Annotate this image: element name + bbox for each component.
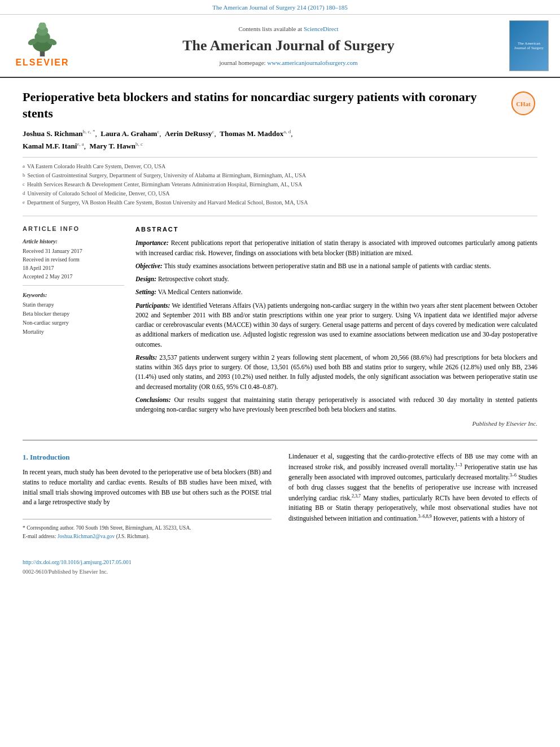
published-by: Published by Elsevier Inc.	[135, 419, 537, 429]
intro-heading: 1. Introduction	[23, 452, 272, 463]
conclusions-text: Our results suggest that maintaining sta…	[135, 396, 537, 413]
conclusions-label: Conclusions:	[135, 396, 171, 403]
footnote-section: * Corresponding author. 700 South 19th S…	[23, 519, 272, 540]
setting-text: VA Medical Centers nationwide.	[158, 289, 243, 295]
participants-label: Participants:	[135, 302, 170, 309]
info-abstract-section: ARTICLE INFO Article history: Received 3…	[23, 216, 537, 429]
affil-e: eDepartment of Surgery, VA Boston Health…	[23, 198, 537, 207]
abstract-importance: Importance: Recent publications report t…	[135, 238, 537, 258]
affil-a: aVA Eastern Colorado Health Care System,…	[23, 162, 537, 171]
objective-text: This study examines associations between…	[164, 263, 491, 269]
author-maddox: Thomas M. Maddox	[220, 129, 283, 138]
citation-bar: The American Journal of Surgery 214 (201…	[0, 0, 560, 15]
footer-links: http://dx.doi.org/10.1016/j.amjsurg.2017…	[23, 558, 272, 576]
affil-c: cHealth Services Research & Development …	[23, 180, 537, 189]
journal-title: The American Journal of Surgery	[79, 36, 498, 56]
objective-label: Objective:	[135, 263, 163, 269]
authors-line: Joshua S. Richmanb, c, *, Laura A. Graha…	[23, 128, 537, 152]
body-col-left: 1. Introduction In recent years, much st…	[23, 452, 272, 576]
abstract-setting: Setting: VA Medical Centers nationwide.	[135, 287, 537, 297]
author-hawn: Mary T. Hawn	[90, 142, 136, 150]
article-title-section: Perioperative beta blockers and statins …	[23, 89, 537, 121]
design-text: Retrospective cohort study.	[158, 276, 229, 282]
svg-text:CHat: CHat	[516, 101, 531, 107]
importance-label: Importance:	[135, 239, 169, 246]
participants-text: We identified Veterans Affairs (VA) pati…	[135, 302, 537, 348]
corresponding-label: * Corresponding author.	[23, 525, 75, 531]
corresponding-address: 700 South 19th Street, Birmingham, AL 35…	[76, 525, 191, 531]
revised-label: Received in revised form	[23, 255, 124, 264]
keyword-mortality: Mortality	[23, 327, 124, 337]
contents-available-text: Contents lists available at ScienceDirec…	[79, 25, 498, 33]
elsevier-wordmark: ELSEVIER	[15, 56, 69, 69]
design-label: Design:	[135, 276, 156, 282]
author-graham: Laura A. Graham	[100, 129, 157, 138]
history-label: Article history:	[23, 238, 124, 246]
abstract-objective: Objective: This study examines associati…	[135, 261, 537, 271]
results-label: Results:	[135, 354, 157, 361]
author-itani: Kamal M.F. Itani	[23, 142, 77, 150]
abstract-heading: ABSTRACT	[135, 225, 537, 234]
abstract-conclusions: Conclusions: Our results suggest that ma…	[135, 395, 537, 415]
journal-url[interactable]: www.americanjournalofsurgery.com	[267, 59, 357, 66]
author-richman: Joshua S. Richman	[23, 129, 83, 138]
info-divider	[23, 285, 124, 286]
affil-d: dUniversity of Colorado School of Medici…	[23, 189, 537, 198]
revised-date: 18 April 2017	[23, 264, 124, 272]
keyword-ncs: Non-cardiac surgery	[23, 318, 124, 327]
keyword-statin: Statin therapy	[23, 300, 124, 309]
and-text: and	[23, 499, 32, 505]
citation-text: The American Journal of Surgery 214 (201…	[212, 4, 348, 11]
journal-title-area: Contents lists available at ScienceDirec…	[79, 20, 498, 71]
affiliations-section: aVA Eastern Colorado Health Care System,…	[23, 157, 537, 207]
doi-link[interactable]: http://dx.doi.org/10.1016/j.amjsurg.2017…	[23, 559, 132, 565]
email-suffix: (J.S. Richman).	[116, 534, 150, 539]
email-link[interactable]: Joshua.Richman2@va.gov	[58, 534, 115, 539]
abstract-participants: Participants: We identified Veterans Aff…	[135, 301, 537, 350]
article-info-col: ARTICLE INFO Article history: Received 3…	[23, 225, 124, 429]
keywords-section: Keywords: Statin therapy Beta blocker th…	[23, 291, 124, 337]
article-info-heading: ARTICLE INFO	[23, 225, 124, 233]
received-date: Received 31 January 2017	[23, 247, 124, 255]
such-text: such	[210, 489, 222, 496]
email-note: E-mail address: Joshua.Richman2@va.gov (…	[23, 532, 272, 541]
accepted-date: Accepted 2 May 2017	[23, 272, 124, 281]
article-title: Perioperative beta blockers and statins …	[23, 89, 504, 121]
journal-thumb-text: The American Journal of Surgery	[512, 41, 546, 51]
body-section: 1. Introduction In recent years, much st…	[23, 452, 537, 576]
body-col-right: Lindenauer et al, suggesting that the ca…	[288, 452, 537, 576]
corresponding-note: * Corresponding author. 700 South 19th S…	[23, 524, 272, 532]
journal-thumbnail-area: The American Journal of Surgery	[504, 20, 549, 71]
author-derussy: Aerin DeRussy	[165, 129, 212, 138]
crossmark-badge: CHat	[509, 89, 537, 117]
keywords-label: Keywords:	[23, 291, 124, 299]
main-section-divider	[23, 440, 537, 440]
elsevier-tree-icon	[20, 23, 65, 56]
journal-header: ELSEVIER Contents lists available at Sci…	[0, 15, 560, 78]
article-main: Perioperative beta blockers and statins …	[0, 78, 560, 587]
intro-col1-text: In recent years, much study has been dev…	[23, 468, 272, 508]
results-text: 23,537 patients underwent surgery within…	[135, 354, 537, 390]
affil-b: bSection of Gastrointestinal Surgery, De…	[23, 171, 537, 180]
sciencedirect-link[interactable]: ScienceDirect	[304, 25, 339, 32]
intro-col2-text: Lindenauer et al, suggesting that the ca…	[288, 452, 537, 524]
elsevier-logo: ELSEVIER	[15, 23, 69, 69]
abstract-col: ABSTRACT Importance: Recent publications…	[135, 225, 537, 429]
issn-text: 0002-9610/Published by Elsevier Inc.	[23, 567, 272, 576]
importance-text: Recent publications report that perioper…	[135, 239, 537, 256]
abstract-design: Design: Retrospective cohort study.	[135, 274, 537, 284]
abstract-results: Results: 23,537 patients underwent surge…	[135, 353, 537, 392]
email-label: E-mail address:	[23, 534, 56, 539]
journal-homepage: journal homepage: www.americanjournalofs…	[79, 59, 498, 67]
elsevier-logo-area: ELSEVIER	[11, 20, 73, 71]
setting-label: Setting:	[135, 289, 156, 295]
journal-thumbnail: The American Journal of Surgery	[509, 20, 549, 71]
keyword-bb: Beta blocker therapy	[23, 309, 124, 318]
